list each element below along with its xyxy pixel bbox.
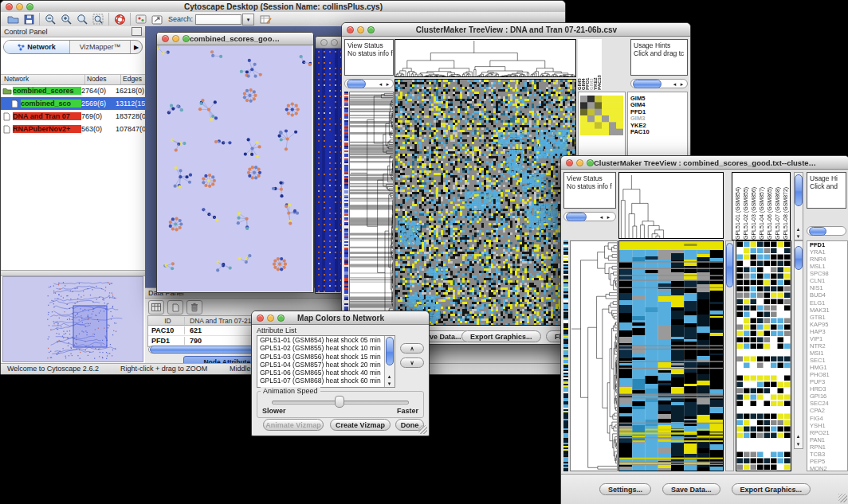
tv2-zoom-hscrollbar[interactable] — [807, 226, 846, 236]
network-row[interactable]: combined_scores2764(0)16218(0) — [1, 84, 145, 97]
list-vscrollbar[interactable] — [384, 336, 395, 387]
zoom-window-icon[interactable] — [587, 159, 594, 166]
gene-label[interactable]: PAC10 — [630, 129, 687, 135]
zoom-window-icon[interactable] — [277, 315, 285, 322]
attribute-list-item[interactable]: GPL51-02 (GSM855) heat shock 10 min — [257, 344, 385, 352]
gene-label[interactable]: GTB1 — [810, 314, 847, 321]
search-input[interactable] — [195, 14, 241, 25]
col-nodes[interactable]: Nodes — [85, 75, 121, 84]
tv1-column-tree[interactable] — [395, 39, 576, 77]
minimize-icon[interactable] — [172, 35, 179, 42]
new-attribute-icon[interactable] — [167, 300, 183, 315]
gene-label[interactable]: RPN1 — [810, 443, 847, 451]
gene-label[interactable]: SEC24 — [810, 400, 847, 407]
scroll-thumb[interactable] — [809, 227, 826, 236]
scroll-thumb[interactable] — [795, 246, 803, 270]
tv2-row-tree[interactable] — [570, 240, 618, 471]
scroll-up-icon[interactable] — [795, 226, 802, 232]
attribute-listbox[interactable]: GPL51-01 (GSM854) heat shock 05 minGPL51… — [257, 335, 395, 388]
zoom-window-icon[interactable] — [26, 3, 33, 10]
scroll-thumb[interactable] — [633, 80, 662, 88]
network-view-canvas[interactable] — [157, 45, 312, 291]
close-icon[interactable] — [347, 26, 354, 33]
close-icon[interactable] — [320, 39, 328, 46]
save-icon[interactable] — [21, 12, 37, 26]
zoom-fit-icon[interactable] — [90, 12, 106, 26]
tv1-zoom-scrollbar[interactable] — [630, 79, 688, 88]
col-network[interactable]: Network — [1, 75, 85, 84]
gene-label[interactable]: HMG1 — [810, 364, 847, 371]
scroll-down-icon[interactable] — [795, 441, 802, 447]
close-icon[interactable] — [162, 35, 169, 42]
move-down-button[interactable]: ∨ — [400, 357, 424, 368]
gene-label[interactable]: SEC1 — [810, 357, 847, 364]
tv2-heatmap-vscrollbar[interactable] — [725, 240, 734, 471]
float-panel-icon[interactable] — [132, 27, 142, 36]
tv2-save-data-button[interactable]: Save Data... — [662, 483, 720, 495]
dialog-titlebar[interactable]: Map Colors to Network — [252, 311, 429, 325]
gene-label[interactable]: PAN1 — [810, 436, 847, 443]
tv2-global-heatmap[interactable] — [618, 240, 724, 471]
gene-label[interactable]: PEP5 — [810, 458, 847, 465]
tv1-global-heatmap[interactable] — [395, 79, 576, 326]
attribute-list-item[interactable]: GPL51-06 (GSM865) heat shock 40 min — [257, 369, 385, 377]
gene-label[interactable]: MSI1 — [810, 350, 847, 357]
id-column-header[interactable]: ID — [148, 317, 185, 325]
scroll-left-icon[interactable] — [598, 214, 605, 220]
network-overview-panel[interactable] — [2, 276, 143, 362]
tab-network[interactable]: Network — [4, 41, 70, 53]
tab-overflow-button[interactable]: ▶ — [130, 41, 142, 53]
attribute-editor-icon[interactable] — [257, 12, 273, 26]
gene-label[interactable]: KAP95 — [810, 321, 847, 328]
close-icon[interactable] — [6, 3, 13, 10]
scroll-thumb[interactable] — [386, 337, 394, 365]
main-titlebar[interactable]: Cytoscape Desktop (Session Name: collins… — [1, 1, 565, 13]
zoom-selected-icon[interactable] — [74, 12, 90, 26]
tv2-column-tree[interactable] — [618, 172, 724, 239]
scroll-left-icon[interactable] — [671, 81, 678, 87]
gene-label[interactable]: VIP1 — [810, 335, 847, 342]
attribute-list-item[interactable]: GPL51-07 (GSM868) heat shock 60 min — [257, 377, 385, 385]
network-overview-canvas[interactable] — [3, 277, 143, 360]
scroll-up-icon[interactable] — [386, 373, 393, 379]
plugin-manager-icon[interactable] — [133, 12, 149, 26]
tv1-status-scrollbar[interactable] — [344, 79, 394, 88]
zoom-in-icon[interactable] — [58, 12, 74, 26]
network-row[interactable]: DNA and Tran 07769(0)183728(0) — [1, 110, 145, 123]
gene-label[interactable]: YRA1 — [810, 248, 847, 256]
treeview1-titlebar[interactable]: ClusterMaker TreeView : DNA and Tran 07-… — [342, 23, 690, 37]
gene-label[interactable]: MSL1 — [810, 263, 847, 270]
gene-label[interactable]: TCB3 — [810, 451, 847, 458]
search-dropdown-button[interactable] — [242, 14, 254, 25]
gene-label[interactable]: PFD1 — [810, 241, 847, 248]
tab-vizmapper[interactable]: VizMapper™ — [70, 41, 130, 53]
window-controls[interactable] — [6, 3, 33, 10]
minimize-icon[interactable] — [331, 39, 338, 46]
scroll-left-icon[interactable] — [377, 81, 384, 87]
gene-label[interactable]: NIS1 — [810, 284, 847, 291]
tv1-row-tree[interactable] — [349, 92, 394, 326]
gene-label[interactable]: HAP3 — [810, 328, 847, 335]
delete-attribute-icon[interactable] — [186, 300, 202, 315]
gene-label[interactable]: GPI16 — [810, 393, 847, 400]
move-up-button[interactable]: ∧ — [400, 343, 424, 354]
tv2-status-scrollbar[interactable] — [563, 212, 616, 221]
attribute-list-item[interactable]: GPL51-01 (GSM854) heat shock 05 min — [257, 336, 385, 344]
gene-label[interactable]: RNR4 — [810, 256, 847, 263]
scroll-right-icon[interactable] — [605, 214, 612, 220]
close-icon[interactable] — [257, 315, 264, 322]
attribute-list-item[interactable]: GPL51-03 (GSM856) heat shock 15 min — [257, 353, 385, 361]
animate-vizmap-button[interactable]: Animate Vizmap — [263, 419, 324, 431]
gene-label[interactable]: SPC98 — [810, 270, 847, 277]
gene-label[interactable]: BUD4 — [810, 291, 847, 299]
scroll-up-icon[interactable] — [795, 433, 802, 439]
scroll-down-icon[interactable] — [386, 381, 393, 386]
scroll-thumb[interactable] — [795, 174, 803, 206]
gene-label[interactable]: MAK31 — [810, 307, 847, 314]
network-row[interactable]: combined_sco2569(6)13112(15) — [1, 97, 145, 110]
scroll-thumb[interactable] — [726, 243, 733, 287]
tv2-export-graphics-button[interactable]: Export Graphics... — [732, 483, 811, 495]
gene-label[interactable]: CPA2 — [810, 407, 847, 414]
network-row[interactable]: RNAPuberNov2+563(0)107847(0) — [1, 123, 145, 135]
tv2-collabel-scrollbar[interactable] — [794, 172, 803, 240]
